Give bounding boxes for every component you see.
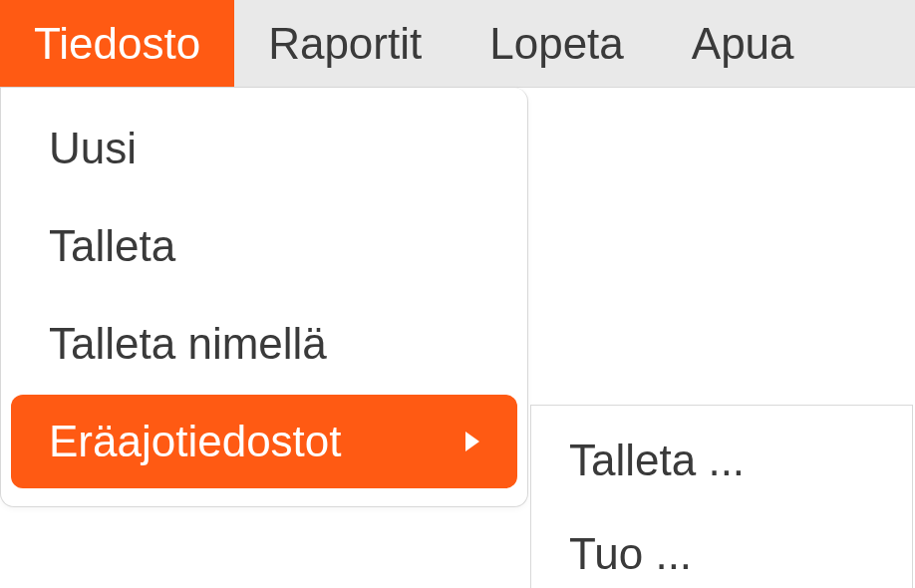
submenu-item-talleta[interactable]: Talleta ...	[531, 414, 912, 507]
submenu-arrow-icon	[465, 432, 479, 451]
menubar-item-apua[interactable]: Apua	[658, 0, 828, 87]
submenu-item-label: Talleta ...	[569, 436, 745, 484]
menubar-item-tiedosto[interactable]: Tiedosto	[0, 0, 234, 87]
submenu-item-label: Tuo ...	[569, 529, 692, 578]
menubar-label: Raportit	[268, 19, 422, 69]
menubar-label: Apua	[692, 19, 794, 69]
menu-item-label: Talleta nimellä	[49, 319, 327, 369]
menu-item-eraajotiedostot[interactable]: Eräajotiedostot	[11, 395, 517, 488]
menu-item-label: Talleta	[49, 221, 175, 271]
menu-item-label: Uusi	[49, 124, 137, 173]
menubar-label: Lopeta	[489, 19, 624, 69]
menu-item-label: Eräajotiedostot	[49, 417, 342, 466]
menubar: Tiedosto Raportit Lopeta Apua	[0, 0, 915, 88]
menu-item-talleta[interactable]: Talleta	[11, 199, 517, 293]
dropdown-menu-tiedosto: Uusi Talleta Talleta nimellä Eräajotiedo…	[0, 88, 528, 507]
menubar-item-raportit[interactable]: Raportit	[234, 0, 456, 87]
menubar-item-lopeta[interactable]: Lopeta	[456, 0, 658, 87]
menubar-label: Tiedosto	[34, 19, 200, 69]
menu-item-talleta-nimella[interactable]: Talleta nimellä	[11, 297, 517, 391]
submenu-item-tuo[interactable]: Tuo ...	[531, 507, 912, 588]
submenu-eraajotiedostot: Talleta ... Tuo ...	[530, 405, 913, 588]
menu-item-uusi[interactable]: Uusi	[11, 102, 517, 195]
